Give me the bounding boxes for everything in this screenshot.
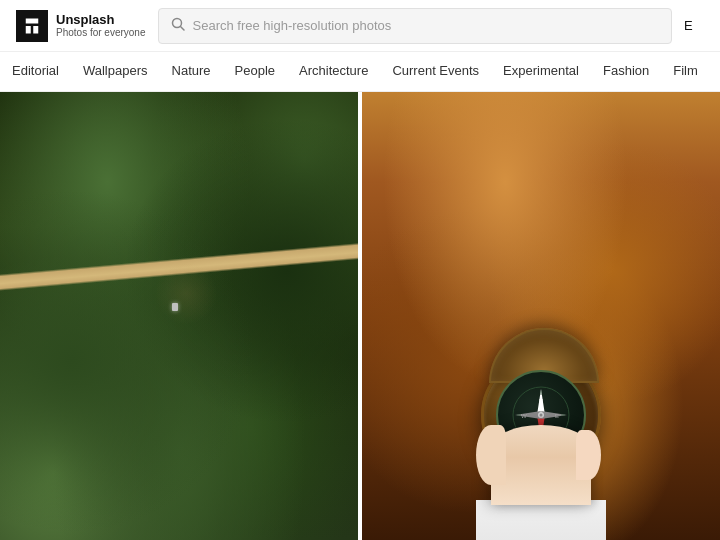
nav-item-architecture[interactable]: Architecture — [287, 52, 380, 91]
nav-item-editorial[interactable]: Editorial — [4, 52, 71, 91]
nav-item-people[interactable]: People — [223, 52, 287, 91]
nav-item-nature[interactable]: Nature — [160, 52, 223, 91]
svg-point-15 — [540, 414, 543, 417]
svg-text:W: W — [521, 413, 527, 419]
hand — [491, 425, 591, 505]
search-input[interactable] — [193, 18, 660, 33]
svg-text:N: N — [539, 398, 543, 404]
nav-item-current-events[interactable]: Current Events — [380, 52, 491, 91]
unsplash-logo-icon — [16, 10, 48, 42]
nav-item-film[interactable]: Film — [661, 52, 710, 91]
nav-item-experimental[interactable]: Experimental — [491, 52, 591, 91]
svg-text:E: E — [555, 413, 559, 419]
svg-line-4 — [180, 27, 184, 31]
svg-rect-0 — [26, 18, 39, 23]
search-bar[interactable] — [158, 8, 673, 44]
nav-item-fashion[interactable]: Fashion — [591, 52, 661, 91]
photo-col-1[interactable] — [0, 92, 358, 540]
logo-area[interactable]: Unsplash Photos for everyone — [16, 10, 146, 42]
svg-rect-1 — [26, 26, 31, 34]
header-right-link[interactable]: E — [684, 18, 704, 33]
hand-compass-group: N S E W — [476, 315, 606, 540]
header: Unsplash Photos for everyone E — [0, 0, 720, 52]
compass-hand-photo[interactable]: N S E W — [362, 92, 720, 540]
logo-tagline: Photos for everyone — [56, 27, 146, 39]
photo-col-2[interactable]: N S E W — [362, 92, 720, 540]
sleeve — [476, 500, 606, 540]
category-nav: EditorialWallpapersNaturePeopleArchitect… — [0, 52, 720, 92]
search-icon — [171, 17, 185, 34]
svg-rect-2 — [33, 26, 38, 34]
aerial-forest-photo[interactable] — [0, 92, 358, 540]
photo-grid: N S E W — [0, 92, 720, 540]
logo-name: Unsplash — [56, 12, 146, 28]
nav-item-wallpapers[interactable]: Wallpapers — [71, 52, 160, 91]
nav-item-health-wellness[interactable]: Health & Wellness — [710, 52, 720, 91]
logo-text: Unsplash Photos for everyone — [56, 12, 146, 40]
